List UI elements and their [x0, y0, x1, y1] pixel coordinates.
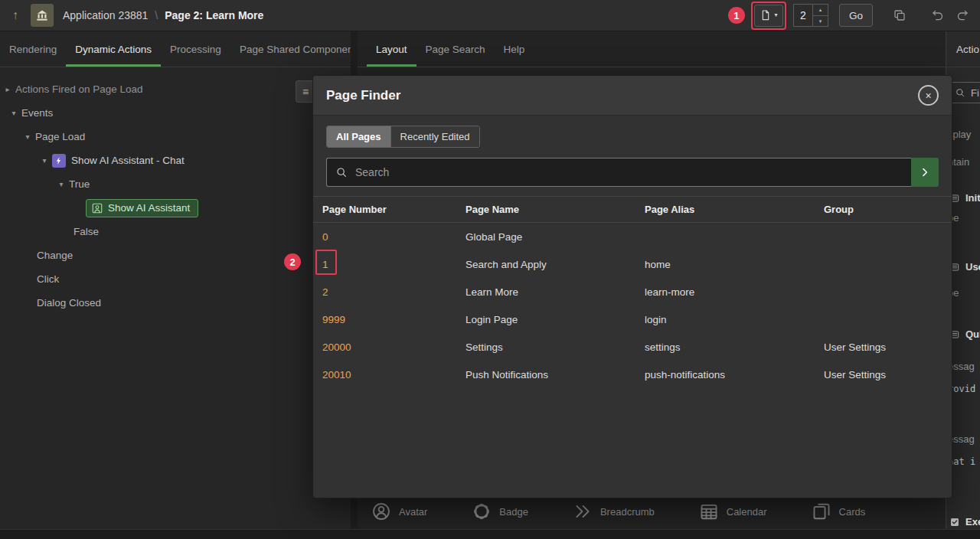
- chevron-down-icon[interactable]: ▾: [6, 109, 21, 117]
- tree-selected-item[interactable]: Show AI Assistant: [86, 199, 198, 217]
- up-arrow-icon[interactable]: ↑: [0, 9, 31, 21]
- gallery-item-calendar[interactable]: Calendar: [699, 501, 767, 521]
- page-finder-button[interactable]: ▾: [754, 5, 783, 27]
- bolt-icon: [54, 156, 64, 165]
- tree-item-true[interactable]: ▾True: [0, 172, 351, 196]
- tree-item-label: Show AI Assistant: [108, 202, 190, 214]
- cell-page-group: User Settings: [815, 341, 952, 353]
- tab-rendering[interactable]: Rendering: [0, 31, 66, 67]
- table-row[interactable]: 20000SettingssettingsUser Settings: [313, 333, 952, 361]
- gallery-item-cards[interactable]: Cards: [812, 501, 866, 521]
- undo-icon[interactable]: [931, 8, 945, 22]
- apex-logo[interactable]: [31, 4, 54, 27]
- tree-item-label: Dialog Closed: [37, 297, 101, 309]
- chevron-up-icon[interactable]: ▴: [813, 5, 828, 16]
- cell-page-number[interactable]: 20010: [313, 369, 456, 381]
- tree-item-click[interactable]: Click: [0, 267, 351, 291]
- chevron-down-icon[interactable]: ▾: [54, 181, 69, 188]
- chevron-down-icon[interactable]: ▾: [20, 133, 35, 141]
- cell-page-number[interactable]: 2: [313, 286, 456, 298]
- gallery-item-avatar[interactable]: Avatar: [371, 501, 427, 521]
- breadcrumb-application[interactable]: Application 23881: [63, 9, 148, 21]
- arrow-right-icon: [919, 166, 931, 178]
- tab-layout[interactable]: Layout: [367, 31, 416, 67]
- right-panel-tabs: Actio: [946, 31, 980, 67]
- right-panel-fragment: Exe: [949, 516, 980, 528]
- breadcrumb-icon: [573, 501, 593, 521]
- column-header-page-alias: Page Alias: [635, 204, 815, 215]
- annotation-badge-2: 2: [284, 253, 301, 270]
- cell-page-name: Push Notifications: [456, 369, 635, 381]
- dynamic-action-icon: [52, 154, 66, 168]
- gallery-item-label: Badge: [499, 506, 528, 518]
- page-number-stepper[interactable]: ▴ ▾: [813, 4, 828, 27]
- column-header-page-name: Page Name: [456, 204, 635, 215]
- tree-item-label: Actions Fired on Page Load: [15, 83, 143, 95]
- right-panel-fragment: Init: [949, 192, 980, 204]
- cell-page-alias: login: [635, 314, 815, 325]
- gallery-item-label: Calendar: [727, 506, 767, 518]
- cell-page-number[interactable]: 1: [313, 259, 456, 270]
- right-panel-fragment: Qui: [949, 328, 980, 340]
- search-icon: [335, 166, 348, 178]
- cell-page-number[interactable]: 9999: [313, 314, 456, 325]
- cell-page-name: Login Page: [456, 314, 635, 325]
- ai-person-icon: [91, 202, 103, 214]
- gallery-item-breadcrumb[interactable]: Breadcrumb: [573, 501, 655, 521]
- gallery-item-badge[interactable]: Badge: [472, 501, 528, 521]
- right-panel-fragment: Fi: [950, 82, 980, 103]
- page-icon: [760, 9, 772, 21]
- tab-all-pages[interactable]: All Pages: [327, 126, 390, 147]
- tree-item-label: False: [74, 226, 99, 237]
- go-button[interactable]: Go: [839, 4, 873, 27]
- search-input[interactable]: [355, 166, 903, 178]
- cell-page-name: Learn More: [456, 286, 635, 298]
- badge-icon: [472, 501, 492, 521]
- table-row[interactable]: 9999Login Pagelogin: [313, 305, 952, 333]
- gallery-item-label: Avatar: [399, 506, 427, 518]
- fragment-text: Init: [965, 192, 980, 204]
- top-toolbar: ↑ Application 23881 \ Page 2: Learn More…: [0, 0, 980, 31]
- tab-actions[interactable]: Actio: [956, 44, 979, 55]
- cell-page-number[interactable]: 0: [313, 231, 456, 243]
- close-button[interactable]: ×: [918, 85, 939, 106]
- bottom-scroll-strip[interactable]: [0, 529, 980, 539]
- center-panel-tabs: LayoutPage SearchHelp: [358, 31, 946, 67]
- tab-help[interactable]: Help: [495, 31, 534, 67]
- chevron-down-icon[interactable]: ▾: [813, 16, 828, 27]
- cell-page-name: Search and Apply: [456, 259, 635, 270]
- gallery-item-label: Breadcrumb: [600, 506, 655, 518]
- tree-item-page-load[interactable]: ▾Page Load: [0, 125, 351, 149]
- tab-page-shared-components[interactable]: Page Shared Components: [230, 31, 351, 67]
- copy-page-icon[interactable]: [893, 8, 906, 22]
- tree-item-false[interactable]: False: [0, 220, 351, 243]
- breadcrumb-page: Page 2: Learn More: [165, 9, 263, 21]
- fragment-text: Use: [965, 261, 980, 273]
- cell-page-number[interactable]: 20000: [313, 341, 456, 353]
- tab-recently-edited[interactable]: Recently Edited: [390, 126, 479, 147]
- cell-page-name: Settings: [456, 341, 635, 353]
- tree-item-events[interactable]: ▾Events: [0, 101, 351, 125]
- left-panel-tabs: RenderingDynamic ActionsProcessingPage S…: [0, 31, 351, 67]
- page-number-input[interactable]: 2: [793, 4, 813, 27]
- page-number-control: 2 ▴ ▾: [793, 4, 828, 27]
- checkbox-icon: [949, 517, 960, 528]
- chevron-right-icon[interactable]: ▸: [0, 86, 15, 93]
- tab-page-search[interactable]: Page Search: [416, 31, 495, 67]
- redo-icon[interactable]: [956, 8, 969, 22]
- tree-item-show-ai-assistant-chat[interactable]: ▾Show AI Assistant - Chat: [0, 149, 351, 172]
- component-gallery: AvatarBadgeBreadcrumbCalendarCards: [358, 493, 946, 529]
- chevron-down-icon[interactable]: ▾: [37, 157, 52, 165]
- search-go-button[interactable]: [911, 158, 939, 187]
- tree-item-dialog-closed[interactable]: Dialog Closed: [0, 291, 351, 315]
- cell-page-alias: learn-more: [635, 286, 815, 298]
- dynamic-actions-tree: ▸Actions Fired on Page Load▾Events▾Page …: [0, 67, 351, 315]
- tree-item-show-ai-assistant[interactable]: Show AI Assistant: [0, 196, 351, 220]
- table-row[interactable]: 1Search and Applyhome: [313, 250, 952, 278]
- table-row[interactable]: 2Learn Morelearn-more: [313, 278, 952, 305]
- column-header-page-number: Page Number: [313, 204, 456, 215]
- table-row[interactable]: 0Global Page: [313, 223, 952, 250]
- tab-dynamic-actions[interactable]: Dynamic Actions: [66, 31, 161, 67]
- tab-processing[interactable]: Processing: [161, 31, 230, 67]
- table-row[interactable]: 20010Push Notificationspush-notification…: [313, 361, 952, 388]
